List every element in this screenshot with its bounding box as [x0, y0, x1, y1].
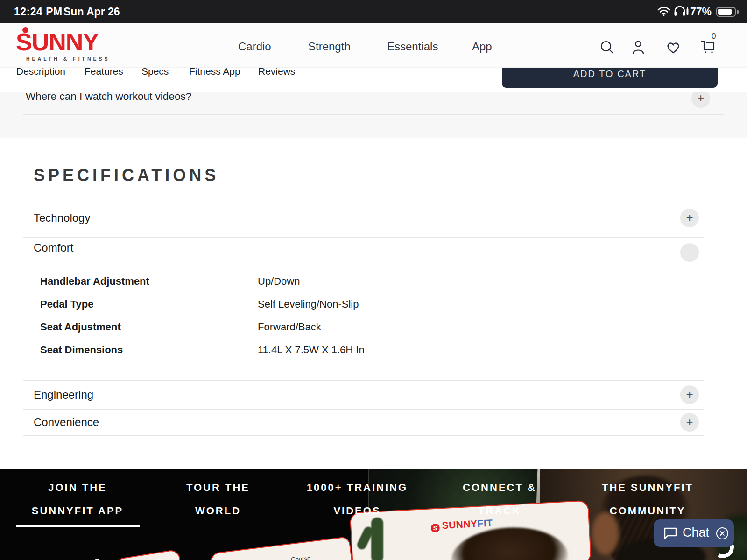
footer-link-sunnyfit-community[interactable]: THE SUNNYFIT COMMUNITY — [568, 476, 727, 523]
account-icon[interactable] — [630, 39, 646, 55]
cart-icon[interactable] — [699, 39, 715, 55]
spec-value: Forward/Back — [258, 321, 321, 333]
convenience-expand-button[interactable]: + — [680, 413, 699, 432]
chat-label: Chat — [683, 525, 709, 540]
footer-banner: SSUNNYFIT ← Course JOIN THE SUNNYFIT APP… — [0, 469, 747, 560]
faq-question[interactable]: Where can I watch workout videos? — [26, 92, 191, 104]
headphones-icon — [674, 5, 689, 19]
spec-value: 11.4L X 7.5W X 1.6H In — [258, 344, 365, 356]
spec-value: Self Leveling/Non-Slip — [258, 298, 359, 310]
logo-brand-text: SUNNY — [16, 30, 99, 54]
search-icon[interactable] — [599, 39, 615, 55]
accordion-convenience[interactable]: Convenience — [34, 416, 99, 429]
footer-headline-clipped: Enjoy th — [55, 553, 173, 560]
divider — [23, 380, 704, 381]
faq-expand-button[interactable]: + — [691, 92, 710, 108]
spec-label: Pedal Type — [40, 298, 94, 310]
divider — [23, 435, 704, 436]
status-bar: 12:24 PM Sun Apr 26 77% — [0, 0, 747, 23]
specifications-title: SPECIFICATIONS — [34, 166, 219, 185]
page: 12:24 PM Sun Apr 26 77% SUNNY HEALTH — [0, 0, 747, 560]
comfort-collapse-button[interactable]: − — [680, 243, 699, 262]
battery-icon — [716, 7, 736, 17]
tab-fitness-app[interactable]: Fitness App — [189, 68, 240, 78]
logo-tagline: HEALTH & FITNESS — [26, 56, 110, 62]
cart-count-badge: 0 — [712, 32, 716, 41]
accordion-comfort[interactable]: Comfort — [34, 241, 73, 254]
spec-label: Seat Adjustment — [40, 321, 121, 333]
tab-reviews[interactable]: Reviews — [258, 68, 295, 78]
back-arrow-icon: ← — [223, 554, 232, 560]
chat-button[interactable]: Chat — [654, 519, 734, 547]
spec-value: Up/Down — [258, 275, 300, 287]
spec-label: Handlebar Adjustment — [40, 275, 149, 287]
product-tabs-bar: Description Features Specs Fitness App R… — [0, 68, 747, 92]
wishlist-heart-icon[interactable] — [665, 40, 681, 56]
divider — [23, 237, 704, 238]
nav-item-cardio[interactable]: Cardio — [238, 40, 271, 53]
sunny-logo[interactable]: SUNNY HEALTH & FITNESS — [15, 26, 94, 65]
tab-description[interactable]: Description — [16, 68, 65, 78]
sunnyfit-app-icon: S — [430, 523, 440, 532]
divider — [23, 114, 724, 115]
cactus-plant — [371, 518, 383, 560]
technology-expand-button[interactable]: + — [680, 209, 699, 227]
tab-specs[interactable]: Specs — [141, 68, 169, 78]
nav-item-app[interactable]: App — [472, 40, 492, 53]
battery-percent: 77% — [690, 6, 712, 18]
chat-bubble-icon — [663, 526, 678, 542]
footer-link-training-videos[interactable]: 1000+ TRAINING VIDEOS — [278, 476, 437, 523]
status-time: 12:24 PM — [14, 6, 63, 18]
engineering-expand-button[interactable]: + — [680, 385, 699, 404]
tab-features[interactable]: Features — [85, 68, 123, 78]
spec-label: Seat Dimensions — [40, 344, 123, 356]
close-chat-icon[interactable] — [715, 526, 729, 542]
divider — [23, 409, 704, 410]
footer-link-sunnyfit-app[interactable]: JOIN THE SUNNYFIT APP — [0, 476, 157, 523]
nav-item-strength[interactable]: Strength — [308, 40, 351, 53]
accordion-engineering[interactable]: Engineering — [34, 388, 93, 401]
wifi-icon — [657, 6, 670, 18]
nav-item-essentials[interactable]: Essentials — [387, 40, 438, 53]
add-to-cart-button[interactable]: ADD TO CART — [502, 68, 718, 88]
faq-strip: Where can I watch workout videos? + — [0, 92, 747, 138]
accordion-technology[interactable]: Technology — [34, 211, 90, 224]
status-date: Sun Apr 26 — [63, 6, 120, 18]
phone-screen-title: Course — [291, 555, 311, 560]
add-to-cart-label: ADD TO CART — [502, 69, 718, 79]
footer-link-connect-track[interactable]: CONNECT & TRACK — [420, 476, 579, 523]
active-footer-underline — [16, 525, 140, 527]
footer-link-tour-the-world[interactable]: TOUR THE WORLD — [139, 476, 297, 523]
phone-mockup-course: ← Course — [210, 536, 354, 560]
